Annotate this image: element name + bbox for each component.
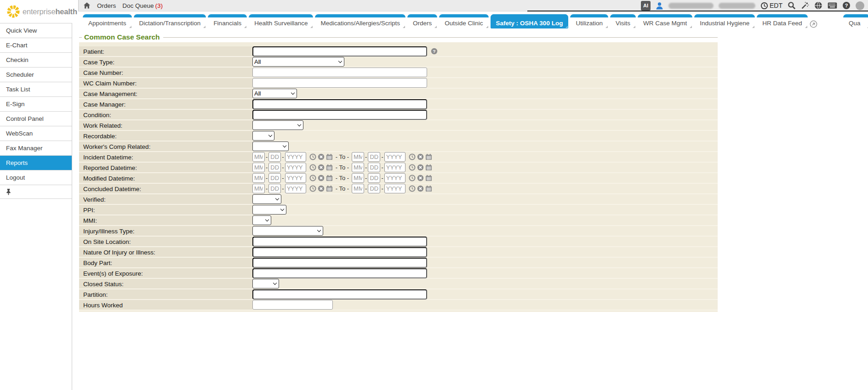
concluded-datetime-from-mm-input[interactable] xyxy=(252,184,265,193)
tab-appointments[interactable]: Appointments xyxy=(83,14,132,28)
sidebar-item-logout[interactable]: Logout xyxy=(0,170,72,185)
calendar-icon[interactable] xyxy=(425,153,432,160)
tab-health-surveillance[interactable]: Health Surveillance xyxy=(249,14,313,28)
tab-outside-clinic[interactable]: Outside Clinic xyxy=(439,14,488,28)
tab-medications-allergies-scripts[interactable]: Medications/Allergies/Scripts xyxy=(315,14,405,28)
incident-datetime-to-yyyy-input[interactable] xyxy=(384,152,405,162)
search-icon[interactable] xyxy=(788,1,796,10)
sidebar-item-e-chart[interactable]: E-Chart xyxy=(0,38,72,53)
concluded-datetime-to-dd-input[interactable] xyxy=(368,184,380,193)
verified-select[interactable] xyxy=(252,194,281,204)
wc-claim-number-input[interactable] xyxy=(252,78,427,88)
sidebar-item-fax-manager[interactable]: Fax Manager xyxy=(0,141,72,156)
modified-datetime-to-mm-input[interactable] xyxy=(352,173,364,183)
clock-icon[interactable] xyxy=(309,175,316,181)
body-part-input[interactable] xyxy=(252,258,427,268)
avatar[interactable] xyxy=(856,1,864,10)
incident-datetime-to-mm-input[interactable] xyxy=(352,152,364,162)
reported-datetime-from-mm-input[interactable] xyxy=(252,163,265,172)
incident-datetime-from-dd-input[interactable] xyxy=(268,152,281,162)
sidebar-item-scheduler[interactable]: Scheduler xyxy=(0,68,72,82)
app-logo[interactable]: enterprisehealth xyxy=(0,0,78,23)
incident-datetime-to-dd-input[interactable] xyxy=(368,152,380,162)
clear-icon[interactable] xyxy=(318,175,325,181)
worker-s-comp-related-select[interactable] xyxy=(252,141,289,151)
closed-status-select[interactable] xyxy=(252,279,279,288)
reported-datetime-to-dd-input[interactable] xyxy=(368,163,380,172)
sidebar-item-webscan[interactable]: WebScan xyxy=(0,126,72,141)
condition-input[interactable] xyxy=(252,110,427,120)
sidebar-item-e-sign[interactable]: E-Sign xyxy=(0,97,72,112)
nature-of-injury-or-illness-input[interactable] xyxy=(252,247,427,257)
globe-icon[interactable] xyxy=(814,1,822,10)
keyboard-icon[interactable] xyxy=(828,2,837,9)
clock-icon[interactable] xyxy=(409,185,416,192)
clear-icon[interactable] xyxy=(318,185,325,192)
modified-datetime-to-yyyy-input[interactable] xyxy=(384,173,405,183)
tab-visits[interactable]: Visits xyxy=(610,14,636,28)
nav-doc-queue[interactable]: Doc Queue(3) xyxy=(122,2,163,9)
concluded-datetime-from-dd-input[interactable] xyxy=(268,184,281,193)
calendar-icon[interactable] xyxy=(425,175,432,181)
tab-financials[interactable]: Financials xyxy=(208,14,247,28)
modified-datetime-from-yyyy-input[interactable] xyxy=(285,173,306,183)
tab-wr-case-mgmt[interactable]: WR Case Mgmt xyxy=(638,14,692,28)
calendar-icon[interactable] xyxy=(326,175,333,181)
hours-worked-input[interactable] xyxy=(252,300,333,310)
calendar-icon[interactable] xyxy=(425,185,432,192)
reported-datetime-from-yyyy-input[interactable] xyxy=(285,163,306,172)
ai-badge[interactable]: AI xyxy=(641,1,651,11)
reported-datetime-to-mm-input[interactable] xyxy=(352,163,364,172)
patient-input[interactable] xyxy=(252,46,427,57)
reported-datetime-to-yyyy-input[interactable] xyxy=(384,163,405,172)
tab-safety-osha-300-log[interactable]: Safety : OSHA 300 Log xyxy=(491,14,569,28)
clear-icon[interactable] xyxy=(417,153,424,160)
timezone-indicator[interactable]: EDT xyxy=(760,2,782,10)
tab-orders[interactable]: Orders xyxy=(407,14,437,28)
magic-wand-icon[interactable] xyxy=(801,1,809,10)
calendar-icon[interactable] xyxy=(326,164,333,171)
ppi-select[interactable] xyxy=(252,205,286,215)
recordable-select[interactable] xyxy=(252,131,274,141)
clock-icon[interactable] xyxy=(309,153,316,160)
clock-icon[interactable] xyxy=(409,153,416,160)
calendar-icon[interactable] xyxy=(326,153,333,160)
sidebar-item-control-panel[interactable]: Control Panel xyxy=(0,112,72,126)
clock-icon[interactable] xyxy=(409,175,416,181)
mmi-select[interactable] xyxy=(252,215,271,225)
event-s-of-exposure-input[interactable] xyxy=(252,268,427,278)
nav-orders[interactable]: Orders xyxy=(97,2,116,9)
modified-datetime-from-dd-input[interactable] xyxy=(268,173,281,183)
clear-icon[interactable] xyxy=(417,185,424,192)
tab-dictation-transcription[interactable]: Dictation/Transcription xyxy=(134,14,206,28)
modified-datetime-to-dd-input[interactable] xyxy=(368,173,380,183)
tab-qua[interactable]: Qua xyxy=(843,14,868,28)
incident-datetime-from-mm-input[interactable] xyxy=(252,152,265,162)
concluded-datetime-to-mm-input[interactable] xyxy=(352,184,364,193)
injury-illness-type-select[interactable] xyxy=(252,226,323,236)
clock-icon[interactable] xyxy=(409,164,416,171)
tab-utilization[interactable]: Utilization xyxy=(570,14,608,28)
tab-industrial-hygiene[interactable]: Industrial Hygiene xyxy=(694,14,755,28)
clear-icon[interactable] xyxy=(417,175,424,181)
work-related-select[interactable] xyxy=(252,120,303,130)
clear-icon[interactable] xyxy=(318,153,325,160)
clock-icon[interactable] xyxy=(309,185,316,192)
field-help-icon[interactable]: ? xyxy=(431,48,438,55)
clear-icon[interactable] xyxy=(417,164,424,171)
incident-datetime-from-yyyy-input[interactable] xyxy=(285,152,306,162)
external-link-icon[interactable] xyxy=(810,20,817,28)
sidebar-item-quick-view[interactable]: Quick View xyxy=(0,23,72,38)
modified-datetime-from-mm-input[interactable] xyxy=(252,173,265,183)
reported-datetime-from-dd-input[interactable] xyxy=(268,163,281,172)
calendar-icon[interactable] xyxy=(326,185,333,192)
case-manager-input[interactable] xyxy=(252,99,427,109)
concluded-datetime-to-yyyy-input[interactable] xyxy=(384,184,405,193)
sidebar-pin-toggle[interactable] xyxy=(0,185,72,199)
sidebar-item-checkin[interactable]: Checkin xyxy=(0,53,72,68)
sidebar-item-reports[interactable]: Reports xyxy=(0,156,72,170)
clock-icon[interactable] xyxy=(309,164,316,171)
calendar-icon[interactable] xyxy=(425,164,432,171)
help-icon[interactable]: ? xyxy=(842,1,851,10)
case-type-select[interactable]: All xyxy=(252,57,344,67)
